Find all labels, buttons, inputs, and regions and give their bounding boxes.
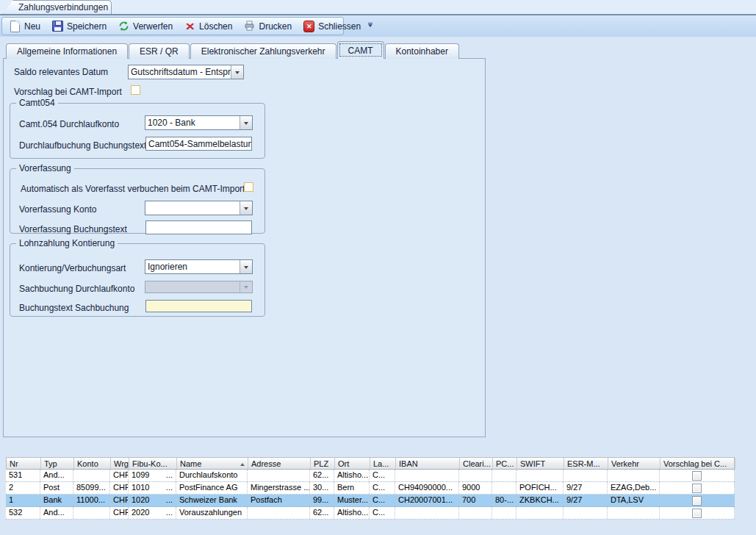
column-header-ort[interactable]: Ort xyxy=(335,458,370,469)
durchlaufkonto-combo[interactable]: 1020 - Bank xyxy=(145,115,253,130)
table-cell: EZAG,Deb... xyxy=(608,482,660,494)
column-header-konto[interactable]: Konto xyxy=(74,458,111,469)
table-cell: Mingerstrasse ... xyxy=(248,482,310,494)
table-cell: 1 xyxy=(6,495,40,506)
table-cell: C... xyxy=(370,495,395,506)
vorerfassung-konto-dropdown-button[interactable] xyxy=(240,201,252,215)
row-checkbox[interactable] xyxy=(692,484,702,493)
table-cell xyxy=(395,507,459,519)
save-button[interactable]: Speichern xyxy=(46,18,112,35)
save-button-label: Speichern xyxy=(67,21,107,32)
column-header-la[interactable]: La... xyxy=(370,458,396,469)
print-button[interactable]: Drucken xyxy=(238,18,298,35)
row-checkbox[interactable] xyxy=(692,471,702,481)
toolbar-overflow-chevron-icon[interactable] xyxy=(368,18,372,35)
table-cell: CHF xyxy=(110,507,129,519)
document-tab-title: Zahlungsverbindungen xyxy=(18,2,108,12)
column-header-label: Adresse xyxy=(251,459,281,468)
column-header-iban[interactable]: IBAN xyxy=(396,458,460,469)
durchlaufkonto-value: 1020 - Bank xyxy=(145,116,240,129)
table-cell xyxy=(459,470,492,481)
verbuchungsart-combo[interactable]: Ignorieren xyxy=(145,259,253,274)
table-cell xyxy=(492,482,516,494)
column-header-plz[interactable]: PLZ xyxy=(311,458,335,469)
vorerfassung-buchungstext-input[interactable] xyxy=(145,220,252,234)
toolbar-band: Neu Speichern Verwerfen ✕ Löschen xyxy=(0,15,756,37)
column-header-adresse[interactable]: Adresse xyxy=(248,458,311,469)
chevron-down-icon xyxy=(235,71,240,76)
column-header-label: Vorschlag bei C... xyxy=(663,459,727,468)
table-cell: 99... xyxy=(310,495,334,506)
table-cell xyxy=(492,470,516,481)
close-button[interactable]: ✕ Schliessen xyxy=(298,18,367,35)
sachbuchung-konto-label: Sachbuchung Durchlaufkonto xyxy=(19,284,134,294)
table-cell: And... xyxy=(40,507,73,519)
sachbuchung-konto-combo xyxy=(145,281,253,293)
buchungstext-sachbuchung-input[interactable] xyxy=(145,300,252,312)
table-row[interactable]: 532And...CHF2020...Vorauszahlungen62...A… xyxy=(6,507,735,520)
printer-icon xyxy=(244,21,255,32)
new-button-label: Neu xyxy=(24,21,40,32)
table-cell xyxy=(516,470,564,481)
row-checkbox[interactable] xyxy=(692,509,702,518)
table-header: NrTypKontoWrgFibu-Ko...NameAdressePLZOrt… xyxy=(6,457,735,470)
new-document-icon xyxy=(10,21,21,32)
table-cell-vorschlag xyxy=(660,482,735,494)
column-header-nr[interactable]: Nr xyxy=(7,458,41,469)
table-row[interactable]: 1Bank11000...CHF1020...Schweizer BankPos… xyxy=(6,495,735,507)
verbuchungsart-dropdown-button[interactable] xyxy=(240,260,252,273)
saldo-datum-combo[interactable]: Gutschriftsdatum - Entsprich xyxy=(128,65,244,79)
table-row[interactable]: 2Post85099...CHF1010...PostFinance AGMin… xyxy=(6,482,735,495)
tab-camt[interactable]: CAMT xyxy=(337,41,384,59)
durchlaufkonto-label: Camt.054 Durchlaufkonto xyxy=(19,119,119,129)
delete-button[interactable]: ✕ Löschen xyxy=(179,18,238,35)
row-checkbox[interactable] xyxy=(692,496,702,506)
vorschlag-camt-checkbox[interactable] xyxy=(131,85,140,95)
column-header-verkehr[interactable]: Verkehr xyxy=(608,458,660,469)
column-header-typ[interactable]: Typ xyxy=(41,458,74,469)
vorerfassung-group-title: Vorerfassung xyxy=(16,163,74,173)
column-header-name[interactable]: Name xyxy=(177,458,248,469)
table-cell xyxy=(395,470,459,481)
table-row[interactable]: 531And...CHF1099...Durchlaufskonto62...A… xyxy=(6,470,735,482)
new-button[interactable]: Neu xyxy=(4,18,46,35)
column-header-cleari[interactable]: Cleari... xyxy=(460,458,493,469)
print-button-label: Drucken xyxy=(259,21,292,32)
table-cell: Bern xyxy=(334,482,370,494)
durchlaufkonto-dropdown-button[interactable] xyxy=(240,116,252,129)
tab-kontoinhaber[interactable]: Kontoinhaber xyxy=(385,43,459,59)
close-button-label: Schliessen xyxy=(318,21,361,32)
saldo-datum-label: Saldo relevantes Datum xyxy=(14,67,108,77)
tab-elektronischer-zahlungsverkehr[interactable]: Elektronischer Zahlungsverkehr xyxy=(190,43,336,59)
payment-connections-grid: NrTypKontoWrgFibu-Ko...NameAdressePLZOrt… xyxy=(6,457,735,520)
column-header-label: Nr xyxy=(10,459,18,468)
saldo-datum-dropdown-button[interactable] xyxy=(231,65,243,79)
vorschlag-camt-label: Vorschlag bei CAMT-Import xyxy=(14,87,122,97)
tab-close-icon[interactable]: ✕ xyxy=(118,4,124,12)
tab-allgemeine-informationen[interactable]: Allgemeine Informationen xyxy=(6,43,128,59)
sachbuchung-konto-value xyxy=(145,281,240,292)
table-cell xyxy=(248,470,310,481)
document-tab[interactable]: Zahlungsverbindungen ✕ xyxy=(3,0,112,14)
column-header-label: Verkehr xyxy=(611,459,639,468)
vorerfassung-konto-combo[interactable] xyxy=(145,201,253,215)
table-cell-vorschlag xyxy=(660,507,735,519)
durchlaufbuchung-input[interactable]: Camt054-Sammelbelastung/G xyxy=(145,137,252,151)
column-header-fibuko[interactable]: Fibu-Ko... xyxy=(129,458,177,469)
table-cell: Postfach xyxy=(248,495,310,506)
column-header-vorschlagbeic[interactable]: Vorschlag bei C... xyxy=(660,458,735,469)
delete-button-label: Löschen xyxy=(199,21,232,32)
discard-button[interactable]: Verwerfen xyxy=(112,18,179,35)
table-cell: 700 xyxy=(459,495,492,506)
column-header-esrm[interactable]: ESR-M... xyxy=(564,458,608,469)
table-body: 531And...CHF1099...Durchlaufskonto62...A… xyxy=(6,470,735,520)
column-header-pc[interactable]: PC... xyxy=(493,458,517,469)
toolbar: Neu Speichern Verwerfen ✕ Löschen xyxy=(1,17,344,35)
delete-icon: ✕ xyxy=(184,21,195,32)
column-header-swift[interactable]: SWIFT xyxy=(517,458,564,469)
auto-vorerfasst-checkbox[interactable] xyxy=(244,182,253,192)
chevron-down-icon xyxy=(244,286,248,291)
column-header-wrg[interactable]: Wrg xyxy=(111,458,129,469)
table-cell: ZKBKCH... xyxy=(516,495,564,506)
tab-esr-qr[interactable]: ESR / QR xyxy=(129,43,190,59)
